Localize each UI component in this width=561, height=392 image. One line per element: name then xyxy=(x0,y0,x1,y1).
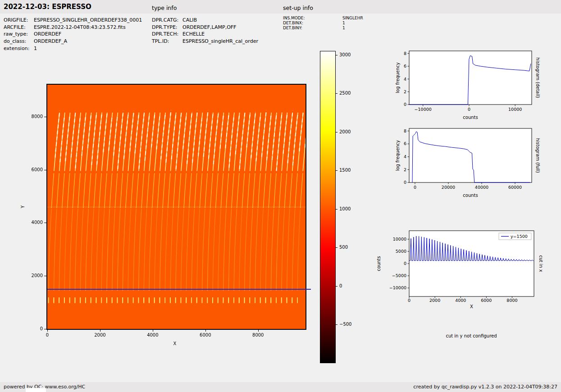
main-x-tick-label: 4000 xyxy=(144,333,162,338)
main-y-tick xyxy=(44,223,46,223)
svg-text:6000: 6000 xyxy=(481,298,492,303)
file-info-block: ORIGFILE:ESPRESSO_SINGLEHR_ORDERDEF338_0… xyxy=(4,17,142,52)
type-info-heading: type info xyxy=(152,5,177,11)
meta-label: INS.MODE: xyxy=(283,16,342,21)
colorbar-tick-label: 1000 xyxy=(339,206,360,212)
footer-bar: powered by QC: www.eso.org/HC created by… xyxy=(0,382,561,392)
main-x-tick xyxy=(47,330,48,332)
meta-value: SINGLEHR xyxy=(342,16,363,21)
meta-row-doclass: do_class:ORDERDEF_A xyxy=(4,38,142,45)
main-y-tick-label: 4000 xyxy=(25,220,43,225)
svg-text:−10000: −10000 xyxy=(389,285,406,290)
meta-label: ARCFILE: xyxy=(4,24,34,31)
svg-text:6: 6 xyxy=(404,64,406,68)
colorbar-tick xyxy=(336,209,338,210)
svg-text:0: 0 xyxy=(404,180,406,185)
colorbar-tick xyxy=(336,93,338,94)
meta-value: 1 xyxy=(342,26,345,31)
svg-text:counts: counts xyxy=(463,115,478,120)
svg-text:−10000: −10000 xyxy=(415,107,432,112)
colorbar-tick-label: 3000 xyxy=(339,52,360,58)
meta-row-dprtype: DPR.TYPE:ORDERDEF,LAMP,OFF xyxy=(152,24,258,31)
svg-text:0: 0 xyxy=(408,298,410,303)
svg-text:y=1500: y=1500 xyxy=(511,234,528,239)
page-title: 2022-12-03: ESPRESSO xyxy=(4,3,91,11)
colorbar-gradient xyxy=(320,51,336,363)
main-x-tick xyxy=(153,330,153,332)
meta-label: DPR.TYPE: xyxy=(152,24,182,31)
svg-text:cut in x: cut in x xyxy=(538,255,543,272)
main-y-tick-label: 2000 xyxy=(25,273,43,278)
svg-text:8: 8 xyxy=(404,128,406,133)
svg-text:X: X xyxy=(470,304,473,309)
main-y-tick-label: 8000 xyxy=(25,114,43,119)
main-y-tick-label: 6000 xyxy=(25,167,43,173)
svg-text:2: 2 xyxy=(404,167,406,172)
meta-row-insmode: INS.MODE:SINGLEHR xyxy=(283,16,363,21)
meta-value: ECHELLE xyxy=(182,31,205,38)
meta-label: TPL.ID: xyxy=(152,38,182,45)
svg-text:log frequency: log frequency xyxy=(395,140,400,171)
meta-value: 1 xyxy=(34,45,37,52)
raw-image-canvas xyxy=(47,85,306,329)
main-x-tick xyxy=(258,330,259,332)
svg-text:10000: 10000 xyxy=(508,107,522,112)
svg-text:−5000: −5000 xyxy=(392,273,406,278)
cut-in-y-note: cut in y not configured xyxy=(381,333,561,338)
meta-value: ORDERDEF xyxy=(34,31,61,38)
meta-label: DPR.TECH: xyxy=(152,31,182,38)
cut-in-x-chart: 020004000600080001000050000−5000−10000Xc… xyxy=(374,224,554,315)
colorbar-tick xyxy=(336,247,338,248)
svg-text:8: 8 xyxy=(404,51,406,56)
main-x-tick xyxy=(100,330,100,332)
svg-text:histogram (detail): histogram (detail) xyxy=(535,58,540,98)
setup-info-block: INS.MODE:SINGLEHR DET.BINX:1 DET.BINY:1 xyxy=(283,16,363,30)
main-x-tick-label: 2000 xyxy=(91,333,109,338)
svg-text:5000: 5000 xyxy=(396,249,406,254)
svg-text:2: 2 xyxy=(404,89,406,94)
main-y-tick xyxy=(44,329,46,329)
svg-text:0: 0 xyxy=(414,185,416,190)
svg-text:2000: 2000 xyxy=(429,298,440,303)
svg-text:counts: counts xyxy=(376,256,381,271)
cut-line-y1500 xyxy=(47,289,311,290)
meta-value: ORDERDEF,LAMP,OFF xyxy=(182,24,236,31)
meta-row-dprtech: DPR.TECH:ECHELLE xyxy=(152,31,258,38)
meta-label: raw_type: xyxy=(4,31,34,38)
svg-text:40000: 40000 xyxy=(475,185,488,190)
meta-row-rawtype: raw_type:ORDERDEF xyxy=(4,31,142,38)
meta-label: DPR.CATG: xyxy=(152,17,182,24)
svg-text:8000: 8000 xyxy=(506,298,517,303)
header-bar: 2022-12-03: ESPRESSO type info set-up in… xyxy=(0,0,561,14)
colorbar-tick xyxy=(336,324,338,325)
main-x-axis-label: X xyxy=(170,341,179,346)
colorbar-tick xyxy=(336,170,338,171)
main-x-tick-label: 8000 xyxy=(249,333,267,338)
footer-right-text: created by qc_rawdisp.py v1.2.3 on 2022-… xyxy=(413,382,557,392)
main-y-tick-label: 0 xyxy=(25,326,43,332)
main-y-tick xyxy=(44,117,46,117)
colorbar-tick xyxy=(336,132,338,132)
colorbar-tick-label: 2000 xyxy=(339,129,360,135)
main-x-tick-label: 6000 xyxy=(196,333,214,338)
colorbar-tick-label: 1500 xyxy=(339,168,360,173)
histogram-detail-chart: −1000001000002468countslog frequencyhist… xyxy=(374,45,554,128)
colorbar-tick-label: 0 xyxy=(339,283,360,289)
meta-row-tplid: TPL.ID:ESPRESSO_singleHR_cal_order xyxy=(152,38,258,45)
meta-row-extension: extension:1 xyxy=(4,45,142,52)
colorbar-tick-label: 500 xyxy=(339,245,360,250)
main-y-tick xyxy=(44,170,46,170)
meta-row-dprcatg: DPR.CATG:CALIB xyxy=(152,17,258,24)
colorbar-tick xyxy=(336,286,338,287)
setup-info-heading: set-up info xyxy=(283,5,313,11)
histogram-full-chart: 020000400006000002468countslog frequency… xyxy=(374,123,554,206)
svg-text:histogram (full): histogram (full) xyxy=(535,138,540,173)
main-y-axis-label: Y xyxy=(20,202,29,211)
meta-row-detbinx: DET.BINX:1 xyxy=(283,21,363,26)
svg-text:4: 4 xyxy=(404,77,406,82)
meta-row-detbiny: DET.BINY:1 xyxy=(283,26,363,31)
type-info-block: DPR.CATG:CALIB DPR.TYPE:ORDERDEF,LAMP,OF… xyxy=(152,17,258,45)
colorbar-tick-label: −500 xyxy=(339,322,360,327)
colorbar-tick-label: 2500 xyxy=(339,91,360,96)
meta-label: ORIGFILE: xyxy=(4,17,34,24)
